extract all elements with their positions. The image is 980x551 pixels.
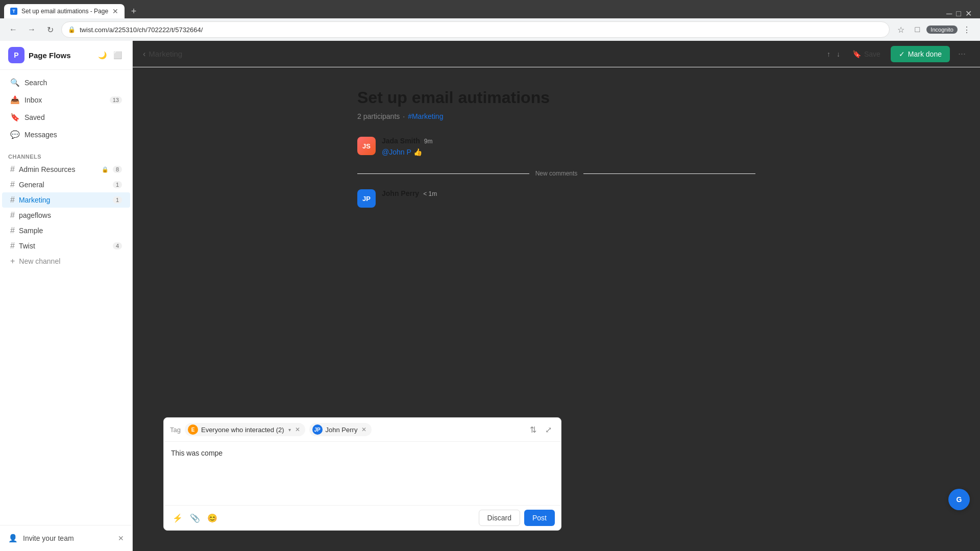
close-icon[interactable]: ✕ xyxy=(965,9,972,18)
main-content: ‹ Marketing ↑ ↓ 🔖 Save ✓ Mark done xyxy=(133,41,980,551)
sidebar-saved-label: Saved xyxy=(24,113,122,121)
reply-toolbar: ⚡ 📎 😊 Discard Post xyxy=(164,505,561,530)
layout-button[interactable]: ⬜ xyxy=(111,48,124,62)
menu-button[interactable]: ⋮ xyxy=(960,22,974,37)
slash-command-button[interactable]: ⚡ xyxy=(170,510,185,525)
channel-hash-icon: # xyxy=(10,226,15,235)
minimize-icon[interactable]: ─ xyxy=(946,9,952,18)
mark-done-button[interactable]: ✓ Mark done xyxy=(891,46,950,62)
tag-label: Tag xyxy=(170,426,181,434)
attachment-button[interactable]: 📎 xyxy=(187,510,203,525)
reply-tags-row: Tag E Everyone who interacted (2) ▾ ✕ JP… xyxy=(164,418,561,442)
everyone-chip-dropdown-icon[interactable]: ▾ xyxy=(288,427,291,433)
tab-close-icon[interactable]: ✕ xyxy=(112,7,118,15)
channel-marketing-label: Marketing xyxy=(19,196,109,204)
channel-marketing[interactable]: # Marketing 1 xyxy=(2,192,130,208)
everyone-chip-close-icon[interactable]: ✕ xyxy=(295,426,300,433)
thread-container: Set up email autimations 2 participants … xyxy=(327,67,786,417)
channel-hash-icon: # xyxy=(10,211,15,220)
new-tab-button[interactable]: + xyxy=(127,4,141,18)
active-tab[interactable]: T Set up email autimations - Page ✕ xyxy=(4,4,125,18)
back-button[interactable]: ← xyxy=(6,22,20,37)
bookmark-button[interactable]: ☆ xyxy=(894,22,908,37)
new-channel-button[interactable]: + New channel xyxy=(2,254,130,269)
channel-pageflows-label: pageflows xyxy=(19,211,122,219)
workspace-icon: P xyxy=(8,47,24,63)
breadcrumb-text: Marketing xyxy=(149,49,182,58)
more-options-button[interactable]: ··· xyxy=(954,46,970,61)
sidebar-item-inbox[interactable]: 📥 Inbox 13 xyxy=(2,91,130,109)
sidebar-item-search[interactable]: 🔍 Search xyxy=(2,74,130,91)
message-content: Jada Smith 9m @John P 👍 xyxy=(382,137,755,158)
mark-done-label: Mark done xyxy=(908,50,942,58)
john-perry-chip[interactable]: JP John Perry ✕ xyxy=(309,423,372,436)
save-label: Save xyxy=(864,50,880,58)
saved-icon: 🔖 xyxy=(10,113,19,122)
invite-team-button[interactable]: 👤 Invite your team ✕ xyxy=(8,534,124,543)
discard-button[interactable]: Discard xyxy=(479,510,520,526)
tab-title: Set up email autimations - Page xyxy=(21,8,108,15)
dark-mode-button[interactable]: 🌙 xyxy=(95,48,109,62)
john-perry-header: John Perry < 1m xyxy=(382,189,755,197)
john-perry-author: John Perry xyxy=(382,189,419,197)
channel-general-label: General xyxy=(19,181,109,189)
channel-twist[interactable]: # Twist 4 xyxy=(2,238,130,254)
divider-line-left xyxy=(357,173,529,174)
twist-badge: 4 xyxy=(113,242,122,249)
new-comments-label: New comments xyxy=(535,170,578,177)
save-button[interactable]: 🔖 Save xyxy=(846,47,887,61)
jada-smith-avatar: JS xyxy=(357,137,376,155)
channel-hash-icon: # xyxy=(10,180,15,189)
channel-sample-label: Sample xyxy=(19,227,122,235)
thread-participants: 2 participants xyxy=(357,112,400,120)
address-bar[interactable]: 🔒 twist.com/a/225310/ch/702222/t/5732664… xyxy=(61,21,890,38)
sidebar-item-messages[interactable]: 💬 Messages xyxy=(2,126,130,143)
reply-sort-button[interactable]: ⇅ xyxy=(526,423,540,436)
thread-navigation-arrows: ↑ ↓ xyxy=(825,48,842,60)
general-badge: 1 xyxy=(113,181,122,188)
incognito-badge: Incognito xyxy=(926,26,958,34)
post-button[interactable]: Post xyxy=(524,510,555,526)
reply-textarea[interactable]: This was compe xyxy=(164,442,561,503)
inbox-icon: 📥 xyxy=(10,95,19,105)
channel-twist-label: Twist xyxy=(19,242,109,250)
john-perry-chip-close-icon[interactable]: ✕ xyxy=(361,426,366,433)
message-time: 9m xyxy=(424,138,433,145)
next-thread-button[interactable]: ↓ xyxy=(835,48,842,60)
reply-expand-button[interactable]: ⤢ xyxy=(542,423,555,436)
invite-close-icon[interactable]: ✕ xyxy=(118,534,124,542)
plus-icon: + xyxy=(10,257,15,266)
john-perry-avatar: JP xyxy=(357,189,376,208)
message-text: @John P 👍 xyxy=(382,147,755,158)
everyone-chip[interactable]: E Everyone who interacted (2) ▾ ✕ xyxy=(185,423,305,436)
forward-button[interactable]: → xyxy=(24,22,39,37)
checkmark-icon: ✓ xyxy=(899,50,905,58)
maximize-icon[interactable]: □ xyxy=(956,9,961,18)
sidebar-header: P Page Flows 🌙 ⬜ xyxy=(0,41,132,70)
lock-icon: 🔒 xyxy=(102,166,109,173)
sidebar-footer: 👤 Invite your team ✕ xyxy=(0,525,132,551)
message-item: JS Jada Smith 9m @John P 👍 xyxy=(357,137,755,158)
channel-sample[interactable]: # Sample xyxy=(2,223,130,238)
thread-scroll-area[interactable]: Set up email autimations 2 participants … xyxy=(133,67,980,551)
divider-line-right xyxy=(583,173,755,174)
channel-hash-icon: # xyxy=(10,241,15,251)
prev-thread-button[interactable]: ↑ xyxy=(825,48,832,60)
extensions-button[interactable]: □ xyxy=(910,22,924,37)
channel-general[interactable]: # General 1 xyxy=(2,177,130,192)
sidebar-navigation: 🔍 Search 📥 Inbox 13 🔖 Saved 💬 Messages xyxy=(0,70,132,147)
channel-admin-resources[interactable]: # Admin Resources 🔒 8 xyxy=(2,162,130,177)
channel-pageflows[interactable]: # pageflows xyxy=(2,208,130,223)
marketing-badge: 1 xyxy=(113,196,122,204)
sidebar-item-saved[interactable]: 🔖 Saved xyxy=(2,109,130,126)
breadcrumb-back-icon[interactable]: ‹ xyxy=(143,49,145,59)
header-right: ↑ ↓ 🔖 Save ✓ Mark done ··· xyxy=(825,46,970,62)
reload-button[interactable]: ↻ xyxy=(43,22,57,37)
emoji-button[interactable]: 😊 xyxy=(205,510,220,525)
new-comments-divider: New comments xyxy=(357,170,755,177)
reply-box: Tag E Everyone who interacted (2) ▾ ✕ JP… xyxy=(163,417,561,531)
admin-resources-badge: 8 xyxy=(113,166,122,173)
thread-channel-link[interactable]: #Marketing xyxy=(408,112,443,120)
floating-user-avatar[interactable]: G xyxy=(948,489,970,510)
messages-icon: 💬 xyxy=(10,130,19,139)
